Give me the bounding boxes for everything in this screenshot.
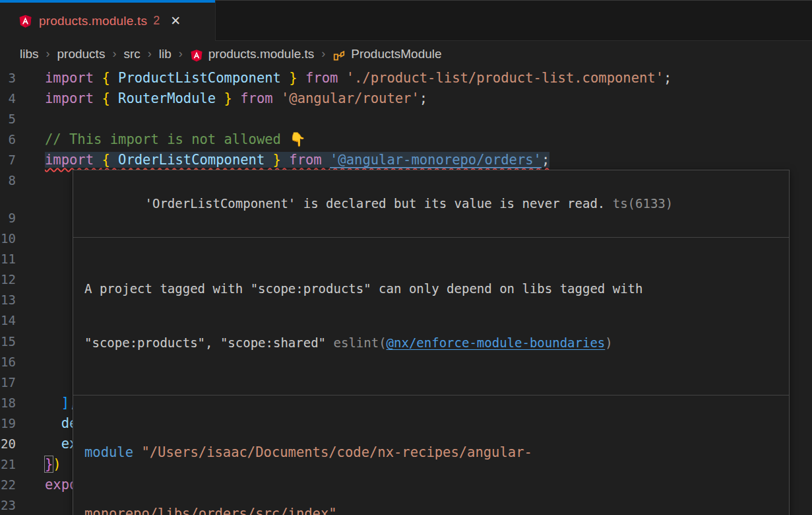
eslint-text-line2: "scope:products", "scope:shared" [84, 335, 334, 350]
breadcrumb-item-products[interactable]: products [57, 47, 106, 61]
code-token: OrderListComponent [118, 152, 265, 168]
breadcrumb-separator: › [46, 47, 50, 61]
module-info-line1: module "/Users/isaac/Documents/code/nx-r… [84, 442, 778, 463]
eslint-rule-link[interactable]: @nx/enforce-module-boundaries [387, 335, 606, 350]
code-token: ; [664, 70, 671, 86]
code-token: '@angular-monorepo/orders' [330, 152, 542, 168]
breadcrumb-separator: › [321, 47, 325, 61]
breadcrumb-item-productsmodule[interactable]: ProductsModule [332, 47, 441, 61]
line-number[interactable]: 15 [0, 331, 45, 352]
eslint-source-close: ) [605, 335, 612, 350]
breadcrumb-label: libs [20, 47, 39, 61]
code-token: RouterModule [118, 90, 216, 106]
line-number[interactable]: 6 [0, 129, 45, 150]
code-token [45, 415, 61, 431]
breadcrumb-item-libs[interactable]: libs [20, 47, 39, 61]
line-number[interactable]: 8 [0, 170, 45, 191]
tab-products-module[interactable]: products.module.ts 2 ✕ [0, 1, 216, 41]
line-number[interactable]: 22 [0, 475, 45, 495]
breadcrumb-item-src[interactable]: src [123, 47, 140, 61]
line-number[interactable]: 18 [0, 393, 45, 413]
breadcrumb-separator: › [179, 47, 183, 61]
hover-eslint-message: A project tagged with "scope:products" c… [73, 237, 789, 395]
line-number[interactable]: 4 [0, 88, 45, 109]
module-path-line1: "/Users/isaac/Documents/code/nx-recipes/… [133, 444, 532, 460]
code-token [45, 436, 61, 452]
code-token: ; [542, 152, 549, 168]
tab-title: products.module.ts [39, 14, 147, 28]
vscode-window: products.module.ts 2 ✕ libs›products›src… [0, 0, 812, 515]
editor: 3import { ProductListComponent } from '.… [0, 66, 812, 515]
code-token: ProductListComponent [118, 70, 281, 86]
code-token: } [45, 456, 53, 472]
code-line-7[interactable]: 7import { OrderListComponent } from '@an… [0, 150, 812, 170]
symbol-class-icon [332, 49, 346, 62]
code-token: from [289, 152, 330, 168]
line-number[interactable]: 10 [0, 228, 45, 249]
code-line-3[interactable]: 3import { ProductListComponent } from '.… [0, 68, 812, 88]
eslint-message-line2: "scope:products", "scope:shared" eslint(… [84, 334, 778, 353]
code-token: 👇 [289, 131, 306, 147]
active-tab-indicator [0, 0, 215, 3]
line-number[interactable]: 20 [0, 434, 45, 454]
line-number[interactable]: 17 [0, 372, 45, 393]
ts-diagnostic-text: 'OrderListComponent' is declared but its… [145, 196, 606, 211]
code-token: { [102, 70, 118, 86]
line-number[interactable]: 14 [0, 310, 45, 331]
code-token: import [45, 152, 102, 168]
code-token: from [305, 70, 346, 86]
code-token: // This import is not allowed [45, 131, 289, 147]
hover-module-info: module "/Users/isaac/Documents/code/nx-r… [73, 395, 789, 515]
line-number[interactable]: 19 [0, 413, 45, 434]
tab-bar: products.module.ts 2 ✕ [0, 0, 812, 41]
line-number[interactable]: 7 [0, 150, 45, 170]
tab-problems-badge: 2 [153, 14, 160, 28]
line-number[interactable]: 12 [0, 269, 45, 290]
code-token: { [102, 90, 118, 106]
breadcrumb-label: ProductsModule [351, 47, 441, 61]
line-number[interactable]: 21 [0, 454, 45, 475]
code-line-5[interactable]: 5 [0, 109, 812, 129]
angular-icon [190, 49, 203, 62]
eslint-text-line1: A project tagged with "scope:products" c… [84, 281, 642, 296]
line-number[interactable]: 9 [0, 208, 45, 228]
breadcrumb-label: products [57, 47, 106, 61]
ts-diagnostic-code: ts(6133) [605, 196, 673, 211]
line-number[interactable]: 16 [0, 352, 45, 372]
breadcrumb-label: src [123, 47, 140, 61]
code-token: import [45, 70, 102, 86]
code-token: from [240, 90, 281, 106]
breadcrumb-separator: › [148, 47, 152, 61]
hover-ts-message: 'OrderListComponent' is declared but its… [73, 170, 789, 237]
code-token: } [265, 152, 289, 168]
code-token: ] [61, 395, 69, 411]
line-number[interactable]: 11 [0, 249, 45, 269]
diagnostic-hover-popup: 'OrderListComponent' is declared but its… [73, 170, 790, 515]
code-token: ) [53, 456, 61, 472]
module-info-line2: monorepo/libs/orders/src/index" [84, 504, 778, 515]
close-icon[interactable]: ✕ [170, 13, 181, 28]
module-path-line2: monorepo/libs/orders/src/index" [84, 506, 337, 515]
code-token: } [281, 70, 305, 86]
line-number[interactable]: 23 [0, 495, 45, 515]
breadcrumb-item-lib[interactable]: lib [159, 47, 172, 61]
code-token: './product-list/product-list.component' [346, 70, 664, 86]
code-line-6[interactable]: 6// This import is not allowed 👇 [0, 129, 812, 150]
angular-icon [18, 14, 32, 28]
code-line-4[interactable]: 4import { RouterModule } from '@angular/… [0, 88, 812, 109]
code-token: } [216, 90, 240, 106]
module-keyword: module [84, 444, 133, 460]
breadcrumb-item-products-module-ts[interactable]: products.module.ts [190, 47, 315, 61]
error-highlighted-range: import { OrderListComponent } from '@ang… [45, 152, 549, 168]
eslint-source-open: eslint( [334, 335, 387, 350]
code-token [45, 395, 61, 411]
breadcrumb-label: products.module.ts [208, 47, 315, 61]
breadcrumb: libs›products›src›lib›products.module.ts… [0, 42, 812, 66]
code-token: import [45, 90, 102, 106]
line-number[interactable]: 5 [0, 109, 45, 129]
line-number[interactable]: 3 [0, 68, 45, 88]
eslint-message-line1: A project tagged with "scope:products" c… [84, 280, 778, 298]
breadcrumb-label: lib [159, 47, 172, 61]
code-token: { [102, 152, 118, 168]
line-number[interactable]: 13 [0, 290, 45, 310]
